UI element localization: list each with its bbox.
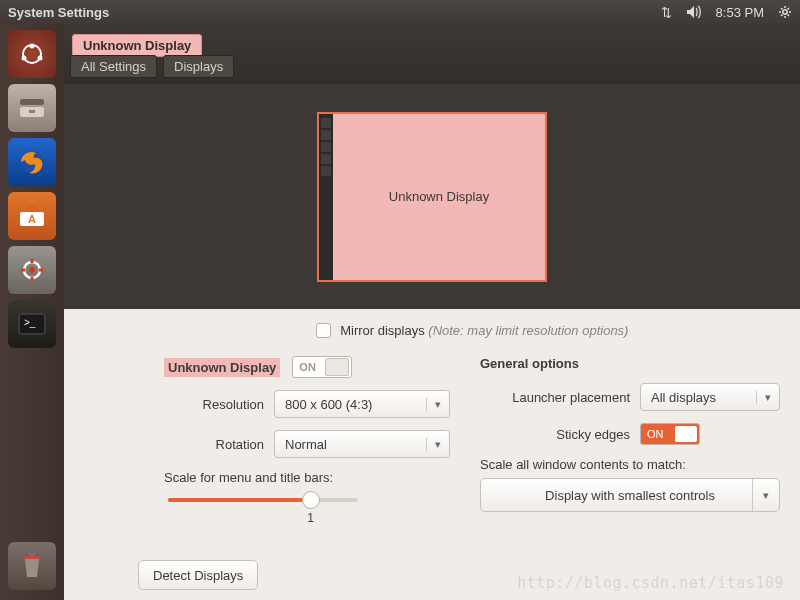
- display-arrangement-area[interactable]: Unknown Display: [64, 84, 800, 309]
- scale-ui-label: Scale for menu and title bars:: [164, 470, 450, 485]
- clock[interactable]: 8:53 PM: [716, 5, 764, 20]
- network-icon[interactable]: ⇅: [661, 5, 672, 20]
- scale-ui-slider[interactable]: 1: [168, 491, 358, 509]
- mirror-label: Mirror displays: [340, 323, 425, 338]
- launcher-placement-select[interactable]: All displays: [640, 383, 780, 411]
- scale-ui-value: 1: [307, 511, 314, 525]
- launcher-placement-label: Launcher placement: [480, 390, 630, 405]
- svg-rect-17: [29, 553, 35, 556]
- mirror-checkbox[interactable]: [316, 323, 331, 338]
- scale-all-select[interactable]: Display with smallest controls: [480, 478, 780, 512]
- crumb-all-settings[interactable]: All Settings: [70, 55, 157, 78]
- display-settings-column: Unknown Display ON Resolution 800 x 600 …: [164, 356, 450, 512]
- gear-icon[interactable]: [778, 5, 792, 19]
- window-header: Displays Unknown Display All Settings Di…: [64, 24, 800, 84]
- svg-point-0: [783, 10, 787, 14]
- top-menubar: System Settings ⇅ 8:53 PM: [0, 0, 800, 24]
- volume-icon[interactable]: [686, 5, 702, 19]
- display-badge[interactable]: Unknown Display: [72, 34, 202, 57]
- selected-display-name: Unknown Display: [164, 358, 280, 377]
- launcher-terminal-icon[interactable]: >_: [8, 300, 56, 348]
- svg-rect-16: [24, 556, 40, 559]
- rotation-select[interactable]: Normal: [274, 430, 450, 458]
- svg-text:>_: >_: [24, 317, 36, 328]
- launcher-settings-icon[interactable]: [8, 246, 56, 294]
- settings-window: Displays Unknown Display All Settings Di…: [64, 24, 800, 600]
- launcher-firefox-icon[interactable]: [8, 138, 56, 186]
- display-power-toggle[interactable]: ON: [292, 356, 352, 378]
- mirror-note: (Note: may limit resolution options): [428, 323, 628, 338]
- svg-point-13: [29, 267, 35, 273]
- detect-displays-button[interactable]: Detect Displays: [138, 560, 258, 590]
- scale-all-label: Scale all window contents to match:: [480, 457, 780, 472]
- watermark: http://blog.csdn.net/itas109: [517, 574, 784, 592]
- launcher-files-icon[interactable]: [8, 84, 56, 132]
- monitor-preview[interactable]: Unknown Display: [317, 112, 547, 282]
- launcher-dash-icon[interactable]: [8, 30, 56, 78]
- launcher-software-icon[interactable]: A: [8, 192, 56, 240]
- svg-point-4: [38, 56, 43, 61]
- unity-launcher: A >_: [0, 24, 64, 600]
- svg-rect-7: [29, 110, 35, 113]
- sticky-edges-toggle[interactable]: ON: [640, 423, 700, 445]
- svg-rect-10: [27, 206, 37, 212]
- resolution-select[interactable]: 800 x 600 (4:3): [274, 390, 450, 418]
- general-options-header: General options: [480, 356, 780, 371]
- monitor-label: Unknown Display: [333, 114, 545, 280]
- sticky-edges-label: Sticky edges: [480, 427, 630, 442]
- breadcrumb: All Settings Displays: [70, 55, 234, 78]
- general-options-column: General options Launcher placement All d…: [480, 356, 780, 512]
- svg-point-3: [22, 56, 27, 61]
- rotation-label: Rotation: [164, 437, 264, 452]
- app-title: System Settings: [8, 5, 109, 20]
- svg-rect-5: [20, 99, 44, 105]
- mirror-row: Mirror displays (Note: may limit resolut…: [164, 323, 780, 338]
- svg-text:A: A: [28, 213, 36, 225]
- settings-body: Mirror displays (Note: may limit resolut…: [64, 309, 800, 522]
- launcher-trash-icon[interactable]: [8, 542, 56, 590]
- resolution-label: Resolution: [164, 397, 264, 412]
- crumb-displays[interactable]: Displays: [163, 55, 234, 78]
- svg-point-2: [30, 44, 35, 49]
